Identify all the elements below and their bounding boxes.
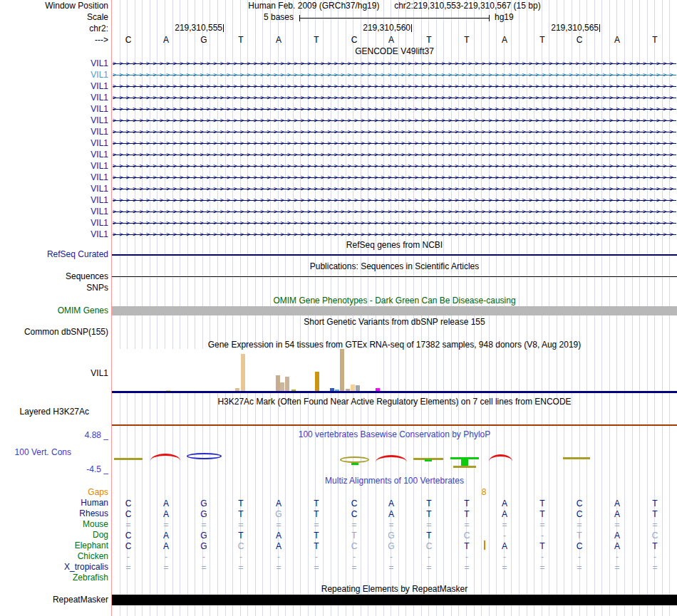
alignment-base: T [222,509,259,519]
gene-row-label[interactable]: VIL1 [0,160,108,172]
species-label-dog[interactable]: Dog [0,531,108,540]
gene-row-label[interactable]: VIL1 [0,137,108,149]
gene-transcript-arrows[interactable]: >>>>>>>>>>>>>>>>>>>>>>>>>>>>>>>>>>>>>>>>… [113,160,676,172]
alignment-base: A [260,541,297,551]
alignment-base: C [336,509,373,519]
gene-transcript-arrows[interactable]: >>>>>>>>>>>>>>>>>>>>>>>>>>>>>>>>>>>>>>>>… [113,92,676,103]
omim-gene-bar[interactable] [112,306,677,315]
species-label-elephant[interactable]: Elephant [0,541,108,550]
gene-transcript-arrows[interactable]: >>>>>>>>>>>>>>>>>>>>>>>>>>>>>>>>>>>>>>>>… [113,137,676,149]
gene-transcript-arrows[interactable]: >>>>>>>>>>>>>>>>>>>>>>>>>>>>>>>>>>>>>>>>… [113,229,676,240]
alignment-base: T [298,531,335,541]
alignment-base: A [486,541,523,551]
alignment-base: T [222,498,259,508]
gene-transcript-arrows[interactable]: >>>>>>>>>>>>>>>>>>>>>>>>>>>>>>>>>>>>>>>>… [113,103,676,115]
alignment-base: - [524,531,561,541]
base-letter: T [222,36,259,45]
species-label-rhesus[interactable]: Rhesus [0,509,108,518]
gene-row-label[interactable]: VIL1 [0,183,108,194]
sequences-label[interactable]: Sequences [0,272,108,281]
base-letter: T [636,36,673,45]
gene-row-label[interactable]: VIL1 [0,92,108,103]
conservation-glyph-accent [351,463,358,465]
alignment-base: = [636,563,673,573]
conservation-glyph [114,458,143,460]
conservation-min-label: -4.5 _ [0,465,108,474]
alignment-base: G [185,498,222,508]
gene-transcript-arrows[interactable]: >>>>>>>>>>>>>>>>>>>>>>>>>>>>>>>>>>>>>>>>… [113,69,676,80]
gene-row-label[interactable]: VIL1 [0,217,108,229]
scale-label: Scale [0,13,108,22]
gene-row-label[interactable]: VIL1 [0,58,108,69]
alignment-base: = [222,563,259,573]
conservation-track-label[interactable]: 100 Vert. Cons [0,448,71,457]
alignment-base: T [448,541,485,551]
base-letter: T [298,36,335,45]
alignment-base: T [636,509,673,519]
gene-transcript-arrows[interactable]: >>>>>>>>>>>>>>>>>>>>>>>>>>>>>>>>>>>>>>>>… [113,58,676,69]
gene-row-label[interactable]: VIL1 [0,126,108,137]
gene-row-label[interactable]: VIL1 [0,80,108,92]
chromosome-label: chr2: [0,24,108,33]
gene-row-label[interactable]: VIL1 [0,206,108,217]
alignment-base: C [561,509,598,519]
alignment-base: C [110,498,147,508]
alignment-base: A [148,498,185,508]
repeatmasker-label[interactable]: RepeatMasker [0,595,108,605]
alignment-base: - [561,552,598,562]
refseq-gene-bar[interactable] [112,254,677,256]
gene-row-label[interactable]: VIL1 [0,172,108,183]
gene-transcript-arrows[interactable]: >>>>>>>>>>>>>>>>>>>>>>>>>>>>>>>>>>>>>>>>… [113,115,676,126]
dbsnp-label[interactable]: Common dbSNP(155) [0,328,108,337]
gene-row-label[interactable]: VIL1 [0,115,108,126]
alignment-base: T [410,509,448,519]
scale-value: 5 bases [264,13,294,22]
genome-badge: hg19 [495,13,514,22]
alignment-base: C [561,498,598,508]
alignment-base: - [486,552,523,562]
strand-label: ---> [0,36,108,45]
gene-row-label[interactable]: VIL1 [0,149,108,160]
alignment-base: - [298,552,335,562]
alignment-base: T [410,498,448,508]
alignment-base: G [373,541,410,551]
omim-genes-label[interactable]: OMIM Genes [0,306,108,315]
alignment-base: = [486,520,523,530]
species-label-chicken[interactable]: Chicken [0,552,108,561]
species-label-mouse[interactable]: Mouse [0,520,108,529]
base-letter: A [373,36,410,45]
gene-transcript-arrows[interactable]: >>>>>>>>>>>>>>>>>>>>>>>>>>>>>>>>>>>>>>>>… [113,183,676,194]
snps-label[interactable]: SNPs [0,283,108,293]
gene-transcript-arrows[interactable]: >>>>>>>>>>>>>>>>>>>>>>>>>>>>>>>>>>>>>>>>… [113,149,676,160]
gene-transcript-arrows[interactable]: >>>>>>>>>>>>>>>>>>>>>>>>>>>>>>>>>>>>>>>>… [113,172,676,183]
alignment-base: C [110,541,147,551]
gene-transcript-arrows[interactable]: >>>>>>>>>>>>>>>>>>>>>>>>>>>>>>>>>>>>>>>>… [113,80,676,92]
gene-transcript-arrows[interactable]: >>>>>>>>>>>>>>>>>>>>>>>>>>>>>>>>>>>>>>>>… [113,217,676,229]
gtex-gene-label[interactable]: VIL1 [0,369,108,378]
alignment-base: G [185,531,222,541]
alignment-base: = [336,520,373,530]
gene-transcript-arrows[interactable]: >>>>>>>>>>>>>>>>>>>>>>>>>>>>>>>>>>>>>>>>… [113,126,676,137]
base-letter: G [185,36,222,45]
gene-transcript-arrows[interactable]: >>>>>>>>>>>>>>>>>>>>>>>>>>>>>>>>>>>>>>>>… [113,206,676,217]
alignment-base: T [636,498,673,508]
alignment-base: C [336,541,373,551]
species-label-zebrafish[interactable]: Zebrafish [0,573,108,583]
gene-row-label[interactable]: VIL1 [0,229,108,240]
gene-row-label[interactable]: VIL1 [0,194,108,206]
species-label-human[interactable]: Human [0,498,108,508]
h3k27ac-label[interactable]: Layered H3K27Ac [0,407,89,417]
gene-transcript-arrows[interactable]: >>>>>>>>>>>>>>>>>>>>>>>>>>>>>>>>>>>>>>>>… [113,194,676,206]
alignment-base: = [298,563,335,573]
gene-row-label[interactable]: VIL1 [0,69,108,80]
species-label-x_tropicalis[interactable]: X_tropicalis [0,563,108,572]
base-letter: T [524,36,561,45]
h3k27ac-signal-line[interactable] [112,424,677,426]
refseq-curated-label[interactable]: RefSeq Curated [0,250,108,259]
alignment-base: = [110,520,147,530]
gene-row-label[interactable]: VIL1 [0,103,108,115]
publications-sequence-bar[interactable] [112,276,677,277]
conservation-glyph [150,454,180,461]
gaps-row-label[interactable]: Gaps [0,488,108,497]
repeatmasker-element-bar[interactable] [112,595,677,605]
